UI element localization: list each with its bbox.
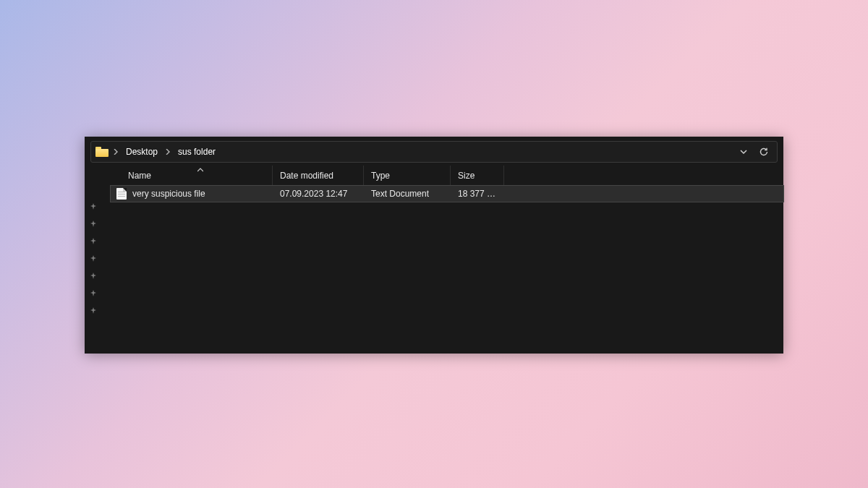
refresh-icon bbox=[759, 147, 769, 157]
column-header-type[interactable]: Type bbox=[364, 166, 451, 185]
text-file-icon bbox=[116, 188, 127, 200]
file-date-cell: 07.09.2023 12:47 bbox=[273, 189, 364, 199]
column-header-size[interactable]: Size bbox=[451, 166, 504, 185]
column-header-label: Name bbox=[128, 171, 151, 181]
file-name: very suspicious file bbox=[132, 189, 205, 199]
history-dropdown-button[interactable] bbox=[735, 143, 752, 160]
refresh-button[interactable] bbox=[755, 143, 773, 160]
pin-icon[interactable] bbox=[90, 307, 97, 314]
pin-icon[interactable] bbox=[90, 255, 97, 262]
breadcrumb-segment-desktop[interactable]: Desktop bbox=[123, 145, 161, 158]
pin-icon[interactable] bbox=[90, 221, 97, 228]
column-header-label: Size bbox=[458, 171, 475, 181]
file-name-cell: very suspicious file bbox=[111, 188, 273, 200]
nav-sidebar bbox=[85, 166, 102, 354]
chevron-right-icon[interactable] bbox=[163, 149, 172, 155]
column-header-date[interactable]: Date modified bbox=[273, 166, 364, 185]
address-bar[interactable]: Desktop sus folder bbox=[90, 141, 778, 163]
column-header-label: Type bbox=[371, 171, 390, 181]
chevron-down-icon bbox=[739, 147, 748, 156]
file-type-cell: Text Document bbox=[364, 189, 451, 199]
chevron-right-icon[interactable] bbox=[111, 149, 120, 155]
pin-icon[interactable] bbox=[90, 273, 97, 280]
column-header-label: Date modified bbox=[280, 171, 333, 181]
file-rows[interactable]: very suspicious file 07.09.2023 12:47 Te… bbox=[111, 186, 783, 354]
column-headers: Name Date modified Type Size bbox=[111, 166, 783, 186]
pin-icon[interactable] bbox=[90, 238, 97, 245]
column-header-name[interactable]: Name bbox=[111, 166, 273, 185]
sort-ascending-icon bbox=[197, 168, 203, 172]
folder-icon bbox=[95, 147, 109, 157]
file-row[interactable]: very suspicious file 07.09.2023 12:47 Te… bbox=[111, 186, 783, 202]
body-area: Name Date modified Type Size bbox=[85, 166, 783, 354]
file-explorer-window: Desktop sus folder bbox=[85, 137, 783, 354]
file-list-area: Name Date modified Type Size bbox=[102, 166, 783, 354]
file-size-cell: 18 377 KB bbox=[451, 189, 504, 199]
pin-icon[interactable] bbox=[90, 203, 97, 210]
breadcrumb-segment-current[interactable]: sus folder bbox=[175, 145, 218, 158]
address-row: Desktop sus folder bbox=[85, 137, 783, 166]
pin-icon[interactable] bbox=[90, 290, 97, 297]
